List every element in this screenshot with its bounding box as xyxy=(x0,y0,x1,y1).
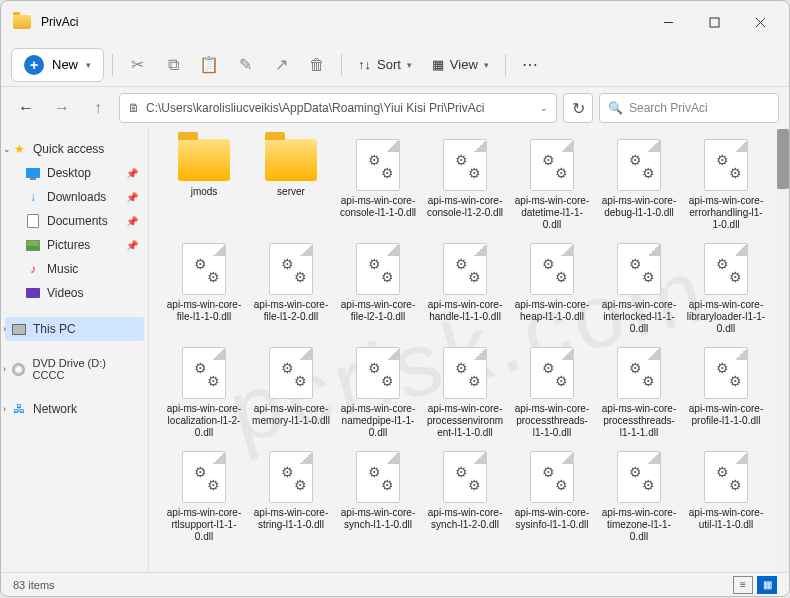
file-label: api-ms-win-core-datetime-l1-1-0.dll xyxy=(511,195,593,231)
file-item[interactable]: api-ms-win-core-localization-l1-2-0.dll xyxy=(163,347,245,439)
folder-item[interactable]: server xyxy=(250,139,332,231)
explorer-window: PrivAci + New ▾ ✂ ⧉ 📋 ✎ ↗ 🗑 ↑↓ Sort ▾ ▦ … xyxy=(0,0,790,597)
details-view-icon[interactable]: ≡ xyxy=(733,576,753,594)
file-item[interactable]: api-ms-win-core-file-l2-1-0.dll xyxy=(337,243,419,335)
dll-icon xyxy=(704,451,748,503)
file-label: api-ms-win-core-interlocked-l1-1-0.dll xyxy=(598,299,680,335)
search-icon: 🔍 xyxy=(608,101,623,115)
sort-button[interactable]: ↑↓ Sort ▾ xyxy=(350,53,420,76)
file-item[interactable]: api-ms-win-core-errorhandling-l1-1-0.dll xyxy=(685,139,767,231)
pin-icon: 📌 xyxy=(126,192,138,203)
sidebar-dvd[interactable]: ›DVD Drive (D:) CCCC xyxy=(5,353,144,385)
file-item[interactable]: api-ms-win-core-processthreads-l1-1-1.dl… xyxy=(598,347,680,439)
statusbar: 83 items ≡ ▦ xyxy=(1,572,789,596)
view-button[interactable]: ▦ View ▾ xyxy=(424,53,497,76)
close-button[interactable] xyxy=(737,6,783,38)
sidebar-music[interactable]: ♪Music xyxy=(5,257,144,281)
body: ⌄★Quick access Desktop📌 ↓Downloads📌 Docu… xyxy=(1,129,789,572)
file-item[interactable]: api-ms-win-core-processenvironment-l1-1-… xyxy=(424,347,506,439)
address-bar[interactable]: 🗎 C:\Users\karolisliucveikis\AppData\Roa… xyxy=(119,93,557,123)
up-button[interactable]: ↑ xyxy=(83,93,113,123)
dll-icon xyxy=(617,347,661,399)
new-button[interactable]: + New ▾ xyxy=(11,48,104,82)
cut-icon[interactable]: ✂ xyxy=(121,50,153,80)
file-item[interactable]: api-ms-win-core-memory-l1-1-0.dll xyxy=(250,347,332,439)
sidebar[interactable]: ⌄★Quick access Desktop📌 ↓Downloads📌 Docu… xyxy=(1,129,149,572)
new-label: New xyxy=(52,57,78,72)
file-item[interactable]: api-ms-win-core-file-l1-1-0.dll xyxy=(163,243,245,335)
forward-button[interactable]: → xyxy=(47,93,77,123)
file-item[interactable]: api-ms-win-core-namedpipe-l1-1-0.dll xyxy=(337,347,419,439)
file-item[interactable]: api-ms-win-core-synch-l1-1-0.dll xyxy=(337,451,419,543)
item-count: 83 items xyxy=(13,579,55,591)
file-label: api-ms-win-core-rtlsupport-l1-1-0.dll xyxy=(163,507,245,543)
dll-icon xyxy=(530,139,574,191)
file-item[interactable]: api-ms-win-core-util-l1-1-0.dll xyxy=(685,451,767,543)
file-item[interactable]: api-ms-win-core-console-l1-2-0.dll xyxy=(424,139,506,231)
refresh-button[interactable]: ↻ xyxy=(563,93,593,123)
titlebar[interactable]: PrivAci xyxy=(1,1,789,43)
svg-rect-1 xyxy=(710,18,719,27)
copy-icon[interactable]: ⧉ xyxy=(157,50,189,80)
search-placeholder: Search PrivAci xyxy=(629,101,708,115)
chevron-down-icon: ▾ xyxy=(484,60,489,70)
scrollbar[interactable] xyxy=(777,129,789,572)
file-item[interactable]: api-ms-win-core-processthreads-l1-1-0.dl… xyxy=(511,347,593,439)
sidebar-videos[interactable]: Videos xyxy=(5,281,144,305)
dll-icon xyxy=(530,243,574,295)
folder-icon xyxy=(178,139,230,181)
sidebar-quick-access[interactable]: ⌄★Quick access xyxy=(5,137,144,161)
file-item[interactable]: api-ms-win-core-file-l1-2-0.dll xyxy=(250,243,332,335)
minimize-button[interactable] xyxy=(645,6,691,38)
dll-icon xyxy=(182,347,226,399)
file-item[interactable]: api-ms-win-core-debug-l1-1-0.dll xyxy=(598,139,680,231)
dll-icon xyxy=(356,139,400,191)
more-button[interactable]: ⋯ xyxy=(514,50,546,80)
sidebar-downloads[interactable]: ↓Downloads📌 xyxy=(5,185,144,209)
icons-view-icon[interactable]: ▦ xyxy=(757,576,777,594)
file-item[interactable]: api-ms-win-core-rtlsupport-l1-1-0.dll xyxy=(163,451,245,543)
file-label: api-ms-win-core-localization-l1-2-0.dll xyxy=(163,403,245,439)
file-item[interactable]: api-ms-win-core-synch-l1-2-0.dll xyxy=(424,451,506,543)
file-label: api-ms-win-core-processthreads-l1-1-1.dl… xyxy=(598,403,680,439)
file-item[interactable]: api-ms-win-core-datetime-l1-1-0.dll xyxy=(511,139,593,231)
file-item[interactable]: api-ms-win-core-timezone-l1-1-0.dll xyxy=(598,451,680,543)
folder-icon xyxy=(13,15,31,29)
file-label: api-ms-win-core-namedpipe-l1-1-0.dll xyxy=(337,403,419,439)
file-item[interactable]: api-ms-win-core-profile-l1-1-0.dll xyxy=(685,347,767,439)
file-item[interactable]: api-ms-win-core-heap-l1-1-0.dll xyxy=(511,243,593,335)
file-label: api-ms-win-core-util-l1-1-0.dll xyxy=(685,507,767,531)
file-item[interactable]: api-ms-win-core-interlocked-l1-1-0.dll xyxy=(598,243,680,335)
folder-item[interactable]: jmods xyxy=(163,139,245,231)
sidebar-this-pc[interactable]: ›This PC xyxy=(5,317,144,341)
file-item[interactable]: api-ms-win-core-libraryloader-l1-1-0.dll xyxy=(685,243,767,335)
file-item[interactable]: api-ms-win-core-console-l1-1-0.dll xyxy=(337,139,419,231)
file-pane[interactable]: pcrisk.com jmodsserverapi-ms-win-core-co… xyxy=(149,129,789,572)
chevron-down-icon: ▾ xyxy=(86,60,91,70)
rename-icon[interactable]: ✎ xyxy=(229,50,261,80)
sidebar-documents[interactable]: Documents📌 xyxy=(5,209,144,233)
dll-icon xyxy=(182,243,226,295)
sidebar-network[interactable]: ›🖧Network xyxy=(5,397,144,421)
file-item[interactable]: api-ms-win-core-string-l1-1-0.dll xyxy=(250,451,332,543)
window-controls xyxy=(645,6,783,38)
paste-icon[interactable]: 📋 xyxy=(193,50,225,80)
sidebar-pictures[interactable]: Pictures📌 xyxy=(5,233,144,257)
share-icon[interactable]: ↗ xyxy=(265,50,297,80)
dll-icon xyxy=(269,347,313,399)
file-item[interactable]: api-ms-win-core-sysinfo-l1-1-0.dll xyxy=(511,451,593,543)
scrollbar-thumb[interactable] xyxy=(777,129,789,189)
dll-icon xyxy=(356,243,400,295)
file-label: api-ms-win-core-file-l1-2-0.dll xyxy=(250,299,332,323)
chevron-down-icon: ▾ xyxy=(407,60,412,70)
back-button[interactable]: ← xyxy=(11,93,41,123)
sidebar-desktop[interactable]: Desktop📌 xyxy=(5,161,144,185)
delete-icon[interactable]: 🗑 xyxy=(301,50,333,80)
dll-icon xyxy=(617,451,661,503)
pin-icon: 📌 xyxy=(126,240,138,251)
pin-icon: 📌 xyxy=(126,168,138,179)
dll-icon xyxy=(182,451,226,503)
search-input[interactable]: 🔍 Search PrivAci xyxy=(599,93,779,123)
file-item[interactable]: api-ms-win-core-handle-l1-1-0.dll xyxy=(424,243,506,335)
maximize-button[interactable] xyxy=(691,6,737,38)
